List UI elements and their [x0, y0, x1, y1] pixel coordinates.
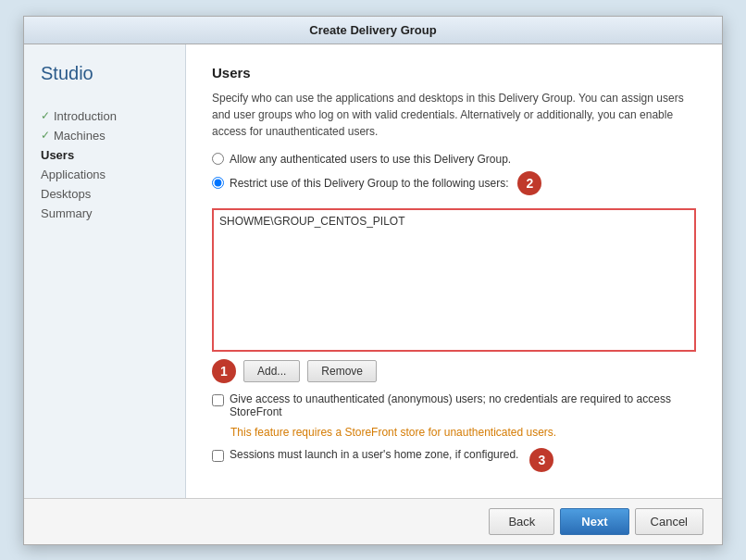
- main-window: Create Delivery Group Studio ✓ Introduct…: [23, 16, 723, 545]
- sidebar-label-machines: Machines: [54, 129, 106, 143]
- check-icon-introduction: ✓: [41, 109, 50, 122]
- cancel-button[interactable]: Cancel: [635, 508, 703, 535]
- checkbox-session[interactable]: [212, 450, 224, 462]
- sidebar-label-introduction: Introduction: [54, 109, 117, 123]
- users-textarea[interactable]: [212, 208, 696, 352]
- sidebar-item-desktops[interactable]: Desktops: [41, 184, 185, 204]
- add-button[interactable]: Add...: [243, 360, 300, 382]
- check-icon-machines: ✓: [41, 129, 50, 142]
- sidebar-label-applications: Applications: [41, 168, 106, 181]
- sidebar-label-summary: Summary: [41, 206, 93, 220]
- sidebar: Studio ✓ Introduction ✓ Machines Users A…: [24, 44, 186, 498]
- radio-restrict[interactable]: [212, 177, 224, 189]
- radio-allow[interactable]: [212, 153, 224, 165]
- radio-row-restrict: Restrict use of this Delivery Group to t…: [212, 171, 696, 195]
- checkbox-anon-label[interactable]: Give access to unauthenticated (anonymou…: [230, 392, 696, 418]
- sidebar-item-users[interactable]: Users: [41, 145, 185, 165]
- radio-row-allow: Allow any authenticated users to use thi…: [212, 153, 696, 166]
- checkbox-anon[interactable]: [212, 394, 224, 406]
- footer: Back Next Cancel: [24, 498, 722, 544]
- checkbox-anon-row: Give access to unauthenticated (anonymou…: [212, 392, 696, 418]
- add-remove-wrapper: 1 Add... Remove: [212, 359, 696, 383]
- remove-button[interactable]: Remove: [307, 360, 377, 382]
- sidebar-title: Studio: [41, 63, 185, 84]
- section-title: Users: [212, 65, 696, 81]
- main-panel: Users Specify who can use the applicatio…: [186, 44, 722, 498]
- window-titlebar: Create Delivery Group: [24, 17, 722, 44]
- radio-group: Allow any authenticated users to use thi…: [212, 153, 696, 201]
- sidebar-item-introduction[interactable]: ✓ Introduction: [41, 106, 185, 126]
- step-bubble-2: 2: [517, 171, 541, 195]
- sidebar-item-summary[interactable]: Summary: [41, 204, 185, 223]
- sidebar-label-desktops: Desktops: [41, 187, 91, 201]
- feature-note: This feature requires a StoreFront store…: [230, 426, 696, 439]
- sidebar-item-machines[interactable]: ✓ Machines: [41, 126, 185, 145]
- radio-restrict-label[interactable]: Restrict use of this Delivery Group to t…: [230, 177, 508, 190]
- sidebar-label-users: Users: [41, 148, 74, 162]
- checkbox-session-row: Sessions must launch in a user's home zo…: [212, 448, 696, 472]
- radio-allow-label[interactable]: Allow any authenticated users to use thi…: [230, 153, 511, 166]
- description-text: Specify who can use the applications and…: [212, 90, 696, 140]
- sidebar-item-applications[interactable]: Applications: [41, 165, 185, 184]
- step-bubble-1: 1: [212, 359, 236, 383]
- back-button[interactable]: Back: [489, 508, 554, 535]
- checkbox-session-label[interactable]: Sessions must launch in a user's home zo…: [230, 448, 518, 461]
- window-title: Create Delivery Group: [309, 23, 436, 37]
- next-button[interactable]: Next: [560, 508, 628, 535]
- step-bubble-3: 3: [529, 448, 553, 472]
